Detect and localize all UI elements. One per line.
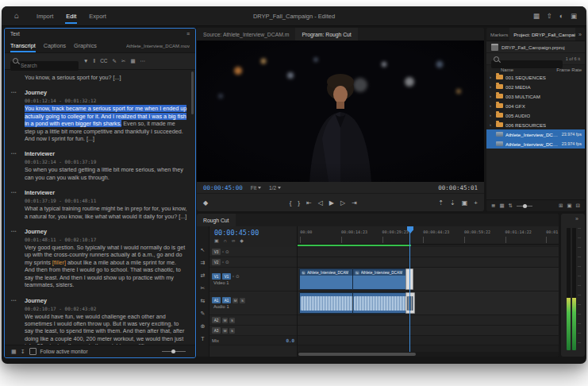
entry-menu-icon[interactable]: ••• [11, 91, 17, 95]
delete-icon[interactable]: ⊟ [576, 203, 580, 209]
tab-captions[interactable]: Captions [44, 39, 66, 52]
tab-graphics[interactable]: Graphics [74, 39, 97, 52]
track-header-v2[interactable]: V2 ▫ ⊙ [209, 257, 297, 268]
mark-out-icon[interactable]: } [298, 200, 300, 207]
entry-menu-icon[interactable]: ••• [11, 230, 17, 234]
project-clip-row[interactable]: ›Athlete_Interview_DCAM.m23.974 fps [486, 129, 585, 139]
follow-monitor-checkbox[interactable] [29, 348, 37, 355]
project-bin-row[interactable]: ›006 RESOURCES [486, 120, 585, 129]
track-target-badge[interactable]: V3 [212, 249, 221, 255]
sequence-timecode[interactable]: 00:00:45:00 [214, 229, 259, 237]
transcript-entry[interactable]: •••Journey00:02:10:17 - 00:02:43:02We wo… [11, 297, 187, 345]
source-patch-badge[interactable]: A1 [212, 297, 221, 303]
transcript-entry[interactable]: •••Journey00:01:12:14 - 00:01:32:12You k… [11, 89, 187, 142]
tab-sequence[interactable]: Rough Cut [197, 214, 236, 226]
tab-project[interactable]: Project: DRYP_Fall_Campaign [509, 28, 575, 41]
source-patch-badge[interactable]: V1 [212, 273, 221, 280]
export-transcript-icon[interactable]: ↧ [21, 349, 25, 354]
transcript-scrollbar[interactable] [191, 71, 194, 114]
list-view-icon[interactable]: ≣ [491, 203, 495, 209]
track-select-tool-icon[interactable]: ⇉ [201, 260, 206, 265]
solo-button[interactable]: S [229, 328, 235, 334]
slip-tool-icon[interactable]: ⇆ [201, 298, 206, 303]
entry-menu-icon[interactable]: ••• [11, 299, 17, 303]
razor-tool-icon[interactable]: ✂ [201, 285, 206, 291]
project-item-list[interactable]: ›001 SEQUENCES›002 MEDIA›003 MULTICAM›00… [486, 72, 585, 200]
entry-menu-icon[interactable]: ••• [11, 191, 17, 195]
mute-button[interactable]: M [233, 298, 238, 303]
tab-program-monitor[interactable]: Program: Rough Cut [295, 28, 357, 41]
tab-import[interactable]: Import [30, 6, 60, 25]
mix-volume-value[interactable]: 0.0 [286, 338, 294, 343]
track-target-badge[interactable]: V1 [222, 273, 231, 280]
workspaces-icon[interactable]: ▦ [533, 13, 540, 20]
tab-markers[interactable]: Markers [486, 28, 509, 41]
mute-button[interactable]: M [222, 318, 228, 323]
add-marker-icon[interactable]: ◆ [240, 238, 244, 243]
icon-view-icon[interactable]: ▦ [499, 203, 504, 209]
thumbnail-zoom-slider[interactable] [517, 206, 532, 207]
grid-view-icon[interactable]: ▦ [130, 59, 135, 64]
mark-in-icon[interactable]: { [290, 200, 292, 207]
timeline-clip[interactable]: fx Athlete_Interview_DCAM [352, 268, 405, 290]
track-header-a3[interactable]: A3 M S [209, 326, 297, 336]
caption-blocks-icon[interactable]: ▦ [11, 349, 17, 354]
pause-on-edit-icon[interactable]: ‖ [93, 59, 95, 64]
track-eye-icon[interactable]: ⊙ [236, 274, 240, 279]
tab-export[interactable]: Export [83, 6, 113, 25]
track-lock-icon[interactable]: ▫ [233, 274, 234, 279]
track-a1[interactable] [298, 291, 559, 315]
mix-track-header[interactable]: Mix 0.0 [209, 336, 297, 345]
text-size-slider[interactable] [162, 351, 186, 352]
step-back-icon[interactable]: ◁ [318, 200, 323, 207]
project-search-input[interactable] [491, 60, 563, 68]
new-item-icon[interactable]: ▣ [567, 203, 571, 209]
entry-text[interactable]: You know, track became a serious sport f… [25, 105, 187, 142]
sort-icon[interactable]: ⇅ [509, 203, 513, 209]
track-header-v3[interactable]: V3 ▫ ⊙ [209, 247, 297, 257]
fx-badge-icon[interactable]: fx [355, 271, 359, 275]
project-bin-row[interactable]: ›002 MEDIA [486, 82, 585, 91]
fullscreen-icon[interactable]: ▣ [571, 13, 577, 20]
cut-icon[interactable]: ✂ [121, 59, 125, 64]
snap-icon[interactable]: ∩ [224, 238, 227, 243]
progress-dashboard-icon[interactable]: ◐ [559, 13, 563, 20]
transcript-entry[interactable]: You know, a serious sport for you? [...] [11, 74, 187, 81]
go-to-out-icon[interactable]: ⇥ [352, 200, 357, 207]
chevron-icon[interactable]: › [490, 75, 494, 79]
track-target-badge[interactable]: A3 [212, 327, 221, 334]
timeline-audio-clip[interactable] [352, 292, 407, 314]
timeline-clip[interactable]: fx Athlete_Interview_DCAM [299, 268, 354, 290]
mute-button[interactable]: M [222, 328, 228, 334]
track-a2[interactable] [298, 315, 559, 326]
panel-overflow-icon[interactable]: » [575, 32, 585, 37]
track-v2[interactable] [298, 257, 559, 268]
filter-icon[interactable]: ▼ [83, 59, 88, 64]
lift-icon[interactable]: ⇡ [438, 200, 444, 207]
new-bin-icon[interactable]: ⊞ [559, 203, 563, 209]
entry-text[interactable]: Very good question. So typically what I … [25, 244, 187, 288]
timeline-audio-clip[interactable] [299, 292, 355, 314]
entry-text[interactable]: What a typical training routine might be… [25, 205, 187, 220]
solo-button[interactable]: S [229, 318, 235, 323]
scrollbar-thumb[interactable] [298, 353, 416, 356]
track-target-badge[interactable]: V2 [212, 259, 221, 265]
track-header-a2[interactable]: A2 M S [209, 315, 297, 326]
track-mix[interactable] [298, 336, 559, 345]
timeline-scrollbar[interactable] [298, 352, 559, 357]
solo-button[interactable]: S [240, 298, 245, 303]
track-a3[interactable] [298, 326, 559, 336]
selection-tool-icon[interactable]: ↖ [201, 247, 206, 253]
button-editor-icon[interactable]: + [474, 200, 478, 207]
entry-text[interactable]: You know, a serious sport for you? [...] [25, 74, 187, 81]
tab-transcript[interactable]: Transcript [10, 39, 36, 52]
edit-transcript-icon[interactable]: ✎ [113, 59, 117, 64]
step-forward-icon[interactable]: ▷ [340, 200, 345, 207]
track-header-a1[interactable]: A1 A1 M S Audio 1 [209, 291, 297, 315]
time-ruler[interactable]: 00:0000:00:14:2300:00:29:2300:00:44:2300… [298, 226, 559, 245]
entry-text[interactable]: We would have fun, we would challenge ea… [25, 313, 187, 345]
transcript-entry[interactable]: •••Interviewer00:01:37:19 - 00:01:48:11W… [11, 189, 187, 220]
track-v1[interactable]: fx Athlete_Interview_DCAM fx Athlete_Int… [298, 268, 559, 291]
track-target-badge[interactable]: A1 [222, 297, 231, 303]
playhead[interactable] [409, 226, 410, 352]
